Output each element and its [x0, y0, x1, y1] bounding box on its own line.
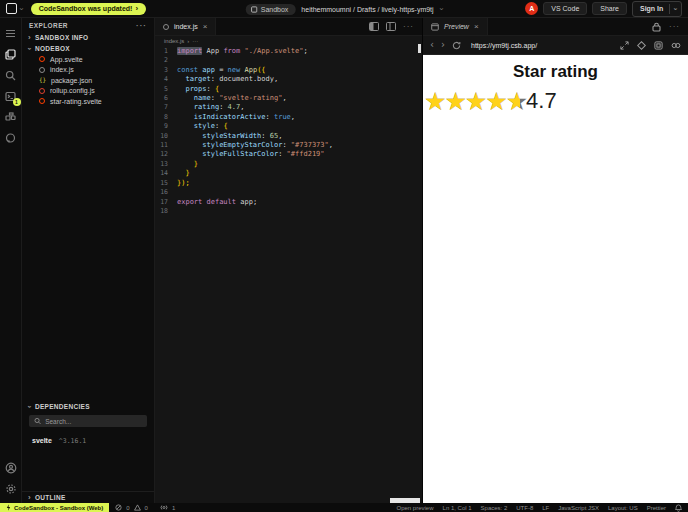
- chevron-down-icon[interactable]: ›: [17, 7, 25, 10]
- file-name: package.json: [51, 77, 92, 84]
- code-area[interactable]: 1import App from "./App.svelte";23const …: [155, 45, 422, 503]
- file-item[interactable]: star-rating.svelte: [22, 96, 154, 107]
- resize-icon[interactable]: [620, 41, 629, 50]
- svelte-file-icon: [39, 56, 45, 62]
- topbar-center: Sandbox heithemmoumni / Drafts / lively-…: [246, 0, 443, 18]
- devtools-grid-icon[interactable]: [0, 107, 22, 128]
- code-line: 9 style: {: [155, 122, 422, 131]
- close-icon[interactable]: ×: [474, 22, 479, 31]
- config-file-icon: [39, 88, 45, 94]
- star-rating-title: Star rating: [423, 62, 688, 82]
- chevron-down-icon[interactable]: ›: [672, 7, 680, 10]
- search-icon[interactable]: [0, 65, 22, 86]
- editor-tab-bar: index.js × ···: [155, 18, 422, 36]
- status-item[interactable]: Layout: US: [608, 505, 638, 511]
- status-item[interactable]: LF: [542, 505, 549, 511]
- file-item[interactable]: {}package.json: [22, 75, 154, 86]
- file-item[interactable]: index.js: [22, 65, 154, 76]
- avatar[interactable]: A: [525, 2, 538, 15]
- lock-icon[interactable]: [652, 22, 661, 32]
- bell-icon[interactable]: [675, 504, 682, 512]
- workspace-status[interactable]: CodeSandbox - Sandbox (Web): [0, 503, 109, 512]
- code-line: 17export default app;: [155, 198, 422, 207]
- browser-toolbar: ‹ › https://ym9tj.csb.app/: [423, 36, 688, 55]
- split-editor-icon[interactable]: [369, 22, 379, 31]
- chevron-down-icon[interactable]: ›: [437, 8, 445, 11]
- explorer-sidebar: EXPLORER ··· › SANDBOX INFO › NODEBOX Ap…: [22, 18, 155, 503]
- ports-status[interactable]: 1: [154, 503, 181, 512]
- ports-count: 1: [172, 505, 175, 511]
- account-icon[interactable]: [0, 457, 22, 478]
- more-actions-icon[interactable]: ···: [669, 22, 680, 31]
- section-dependencies[interactable]: › DEPENDENCIES: [22, 401, 154, 412]
- status-item[interactable]: Spaces: 2: [481, 505, 508, 511]
- terminal-badge: 1: [13, 98, 21, 106]
- editor-breadcrumb[interactable]: index.js › ···: [155, 36, 422, 45]
- file-item[interactable]: App.svelte: [22, 54, 154, 65]
- code-line: 12 styleFullStarColor: "#ffd219": [155, 150, 422, 159]
- editor-hscrollbar-thumb[interactable]: [390, 498, 420, 503]
- more-actions-icon[interactable]: ···: [136, 21, 147, 30]
- link-icon[interactable]: [671, 41, 681, 50]
- share-button[interactable]: Share: [592, 2, 627, 15]
- explorer-files-icon[interactable]: [0, 44, 22, 65]
- file-name: rollup.config.js: [50, 87, 95, 94]
- terminal-icon[interactable]: 1: [0, 86, 22, 107]
- settings-gear-icon[interactable]: [0, 478, 22, 499]
- breadcrumb[interactable]: heithemmoumni / Drafts / lively-https-ym…: [301, 6, 433, 13]
- status-item[interactable]: Open preview: [397, 505, 434, 511]
- stars-full: ★★★★★: [424, 89, 520, 114]
- section-nodebox[interactable]: › NODEBOX: [22, 43, 154, 54]
- editor-tabbar-actions: ···: [361, 18, 422, 35]
- section-sandbox-info[interactable]: › SANDBOX INFO: [22, 32, 154, 43]
- responsive-icon[interactable]: [637, 41, 646, 50]
- section-outline[interactable]: › OUTLINE: [22, 491, 154, 503]
- address-bar[interactable]: https://ym9tj.csb.app/: [471, 42, 537, 49]
- tab-index-js[interactable]: index.js ×: [155, 18, 216, 35]
- tab-preview[interactable]: Preview ×: [423, 18, 488, 35]
- tab-label: index.js: [174, 23, 198, 30]
- preview-tab-label: Preview: [444, 23, 469, 30]
- vscode-button[interactable]: VS Code: [543, 2, 587, 15]
- preview-tab-bar: Preview × ···: [423, 18, 688, 36]
- layout-icon[interactable]: [386, 22, 396, 31]
- forward-icon[interactable]: ›: [441, 40, 445, 50]
- codesandbox-logo-icon[interactable]: [6, 3, 17, 14]
- dependency-search-input[interactable]: [45, 418, 142, 425]
- section-dependencies-label: DEPENDENCIES: [35, 403, 90, 410]
- back-icon[interactable]: ‹: [430, 40, 434, 50]
- menu-icon[interactable]: [0, 23, 22, 44]
- errors-count: 0: [126, 505, 129, 511]
- dependency-row[interactable]: svelte ^3.16.1: [22, 431, 154, 451]
- more-actions-icon[interactable]: ···: [403, 22, 414, 31]
- editor-scrollbar-thumb[interactable]: [418, 44, 421, 53]
- open-window-icon[interactable]: [654, 41, 663, 50]
- code-line: 16: [155, 188, 422, 197]
- status-item[interactable]: JavaScript JSX: [558, 505, 599, 511]
- dependency-version: ^3.16.1: [59, 437, 86, 445]
- update-banner[interactable]: CodeSandbox was updated! ›: [31, 3, 146, 15]
- dependency-search: [29, 415, 147, 427]
- star-rating-widget[interactable]: ★★★★★ ★★★★★: [424, 89, 526, 114]
- rating-value: 4.7: [526, 88, 557, 114]
- json-file-icon: {}: [39, 77, 46, 83]
- file-item[interactable]: rollup.config.js: [22, 86, 154, 97]
- warnings-icon: [134, 504, 141, 511]
- errors-icon: [115, 504, 122, 511]
- status-item[interactable]: Prettier: [647, 505, 666, 511]
- refresh-icon[interactable]: [452, 41, 461, 50]
- close-icon[interactable]: ×: [203, 22, 208, 31]
- status-item[interactable]: Ln 1, Col 1: [443, 505, 472, 511]
- code-line: 2: [155, 56, 422, 65]
- chevron-right-icon: ›: [28, 494, 31, 502]
- explorer-header: EXPLORER ···: [22, 18, 154, 32]
- search-icon: [34, 417, 41, 425]
- dependencies-group: › DEPENDENCIES svelte ^3.16.1: [22, 401, 154, 451]
- problems-status[interactable]: 0 0: [109, 503, 154, 512]
- signin-button[interactable]: Sign In ›: [632, 1, 682, 17]
- status-item[interactable]: UTF-8: [516, 505, 533, 511]
- github-icon[interactable]: [0, 128, 22, 149]
- rating-row: ★★★★★ ★★★★★ 4.7: [423, 88, 688, 114]
- sandbox-badge[interactable]: Sandbox: [246, 4, 296, 15]
- main-area: 1 EXPLORER ··· › SANDBOX INFO › NODEBOX …: [0, 18, 688, 503]
